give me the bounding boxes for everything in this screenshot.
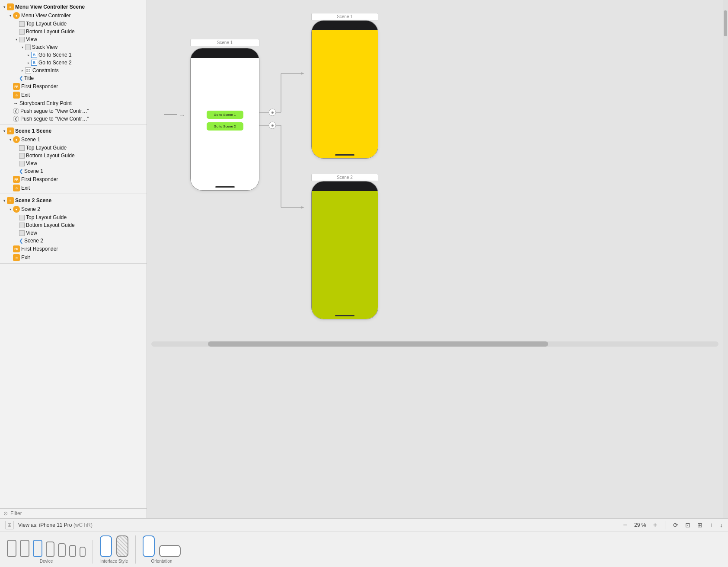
scene2-container: Scene 2 [311, 174, 378, 319]
menu-phone-home-bar [215, 186, 235, 188]
label-menu-vc: Menu View Controller [21, 13, 71, 19]
tree-item-scene2-label[interactable]: ❮Scene 2 [0, 237, 147, 245]
landscape-icon[interactable] [159, 545, 181, 557]
sidebar: ▾≡Menu View Controller Scene▾●Menu View … [0, 0, 147, 518]
tree-item-menu-vc[interactable]: ▾●Menu View Controller [0, 11, 147, 20]
label-exit-1: Exit [21, 92, 30, 98]
resize-icon[interactable]: ⟂ [709, 522, 713, 529]
tree-item-entry-point[interactable]: →Storyboard Entry Point [0, 99, 147, 107]
device-icon-6[interactable] [69, 545, 76, 557]
align-icon[interactable]: ⊡ [685, 522, 690, 529]
tree-item-exit-1[interactable]: ⎋Exit [0, 91, 147, 99]
tree-item-view-2[interactable]: View [0, 159, 147, 167]
label-go-scene2: Go to Scene 2 [38, 60, 72, 66]
filter-input[interactable] [10, 510, 143, 516]
tree-item-title[interactable]: ❮Title [0, 74, 147, 82]
light-mode-icon[interactable] [100, 535, 112, 557]
scene1-notch [333, 25, 357, 30]
horizontal-scrollbar[interactable] [151, 341, 718, 347]
tree-item-first-responder-3[interactable]: FRFirst Responder [0, 245, 147, 253]
canvas[interactable]: → Scene 1 Go to Scene 1 [147, 0, 723, 518]
scene1-bottom [312, 151, 378, 158]
device-icon-7[interactable] [80, 547, 86, 557]
label-title: Title [24, 75, 34, 81]
svg-text:⊕: ⊕ [271, 111, 274, 115]
scene1-topbar [312, 21, 378, 30]
btn-go-scene2[interactable]: Go to Scene 2 [207, 122, 243, 131]
orientation-icons-row [143, 535, 181, 557]
tree-item-constraints[interactable]: ▸Constraints [0, 67, 147, 74]
section-menu-scene[interactable]: ▾≡Menu View Controller Scene [0, 2, 147, 11]
tree-item-view-3[interactable]: View [0, 229, 147, 237]
main-area: ▾≡Menu View Controller Scene▾●Menu View … [0, 0, 728, 518]
tree-item-first-responder-1[interactable]: FRFirst Responder [0, 82, 147, 91]
tree-item-first-responder-2[interactable]: FRFirst Responder [0, 175, 147, 184]
disclosure-scene2[interactable]: ▾ [8, 207, 13, 212]
export-icon[interactable]: ↓ [720, 522, 723, 529]
disclosure-scene1[interactable]: ▾ [8, 137, 13, 142]
disclosure-menu-vc[interactable]: ▾ [8, 13, 13, 18]
label-push-segue-1: Push segue to "View Contr…" [20, 108, 89, 114]
storyboard-layout: → Scene 1 Go to Scene 1 [164, 13, 706, 319]
section-scene1-scene[interactable]: ▾≡Scene 1 Scene [0, 126, 147, 135]
disclosure-stack-view[interactable]: ▾ [20, 45, 25, 50]
tree-item-push-segue-2[interactable]: ❮Push segue to "View Contr…" [0, 115, 147, 123]
grid-icon[interactable]: ⊞ [697, 522, 702, 529]
device-icon-2[interactable] [20, 540, 29, 557]
tree-item-bottom-layout-1[interactable]: Bottom Layout Guide [0, 28, 147, 35]
tree-item-stack-view[interactable]: ▾Stack View [0, 43, 147, 51]
fit-icon[interactable]: ⟳ [673, 522, 678, 529]
label-entry-point: Storyboard Entry Point [19, 100, 72, 106]
device-group-wrapper: Device [7, 540, 93, 564]
tree-item-go-scene2[interactable]: ▸BGo to Scene 2 [0, 59, 147, 67]
tree-item-top-layout-1[interactable]: Top Layout Guide [0, 20, 147, 28]
tree-item-top-layout-2[interactable]: Top Layout Guide [0, 144, 147, 152]
label-stack-view: Stack View [32, 44, 57, 50]
device-icon-3[interactable] [33, 540, 42, 557]
device-icon-5[interactable] [58, 543, 66, 557]
disclosure-view-1[interactable]: ▾ [14, 37, 19, 42]
label-top-layout-1: Top Layout Guide [26, 21, 67, 27]
tree-item-exit-2[interactable]: ⎋Exit [0, 184, 147, 192]
section-scene2-scene[interactable]: ▾≡Scene 2 Scene [0, 195, 147, 205]
tree-item-scene1[interactable]: ▾●Scene 1 [0, 135, 147, 144]
scene1-title: Scene 1 [311, 13, 378, 20]
disclosure-constraints[interactable]: ▸ [20, 68, 25, 73]
tree-item-bottom-layout-3[interactable]: Bottom Layout Guide [0, 221, 147, 229]
tree-item-scene1-label[interactable]: ❮Scene 1 [0, 167, 147, 175]
disclosure-go-scene1[interactable]: ▸ [26, 52, 31, 57]
tree-item-top-layout-3[interactable]: Top Layout Guide [0, 213, 147, 221]
dark-mode-icon[interactable] [116, 535, 128, 557]
menu-phone-content: Go to Scene 1 Go to Scene 2 [191, 58, 259, 183]
label-view-3: View [26, 230, 37, 236]
scene2-title: Scene 2 [311, 174, 378, 181]
panel-toggle-icon[interactable]: ⊞ [5, 521, 14, 529]
interface-group-wrapper: Interface Style [93, 535, 136, 564]
device-icon-1[interactable] [7, 540, 16, 557]
vertical-scrollbar[interactable] [723, 0, 728, 518]
tree-item-view-1[interactable]: ▾View [0, 35, 147, 43]
portrait-icon[interactable] [143, 535, 155, 557]
tree-item-exit-3[interactable]: ⎋Exit [0, 253, 147, 262]
sidebar-tree: ▾≡Menu View Controller Scene▾●Menu View … [0, 0, 147, 508]
label-first-responder-3: First Responder [21, 246, 58, 252]
btn-go-scene1[interactable]: Go to Scene 1 [207, 111, 243, 119]
tree-item-bottom-layout-2[interactable]: Bottom Layout Guide [0, 152, 147, 159]
scene1-container: Scene 1 [311, 13, 378, 159]
tree-item-push-segue-1[interactable]: ❮Push segue to "View Contr…" [0, 107, 147, 115]
section-divider [0, 263, 147, 264]
zoom-minus-btn[interactable]: − [623, 521, 627, 529]
scenes-column: Scene 1 [311, 13, 378, 319]
menu-phone-topbar [191, 48, 259, 58]
tree-item-scene2[interactable]: ▾●Scene 2 [0, 205, 147, 213]
toolbar-divider1 [665, 521, 665, 529]
scene2-notch [333, 185, 357, 191]
connections-area: ⊕ ⊕ [259, 13, 378, 319]
sidebar-filter: ⊙ [0, 508, 147, 518]
tree-item-go-scene1[interactable]: ▸BGo to Scene 1 [0, 51, 147, 59]
label-view-2: View [26, 160, 37, 166]
zoom-plus-btn[interactable]: + [653, 521, 657, 529]
disclosure-go-scene2[interactable]: ▸ [26, 60, 31, 65]
entry-area: → Scene 1 Go to Scene 1 [164, 39, 259, 191]
device-icon-4[interactable] [46, 542, 54, 557]
